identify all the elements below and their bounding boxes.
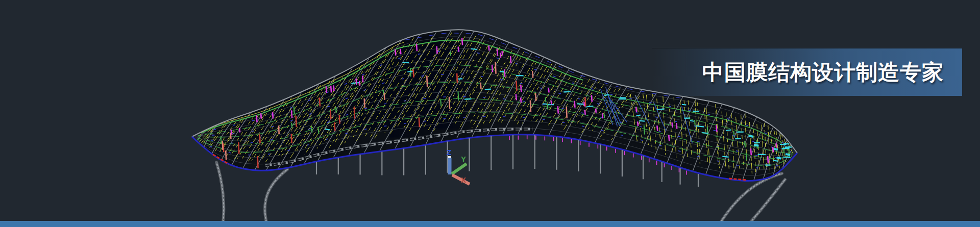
cad-wireframe-model: Z Y X <box>0 0 980 227</box>
slogan-text: 中国膜结构设计制造专家 <box>702 48 962 96</box>
bottom-accent-bar <box>0 221 980 227</box>
axis-y-bar <box>452 164 467 174</box>
axis-y-label: Y <box>461 155 466 163</box>
slogan-banner: 中国膜结构设计制造专家 <box>652 48 962 96</box>
axis-x-label: X <box>461 175 466 184</box>
hero-section: Z Y X 中国膜结构设计制造专家 <box>0 0 980 227</box>
ucs-axis-triad: Z Y X <box>447 148 470 184</box>
axis-z-label: Z <box>447 148 451 157</box>
